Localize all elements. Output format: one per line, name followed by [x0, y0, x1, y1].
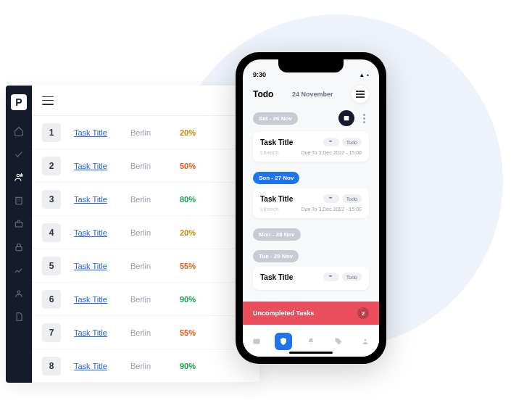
tab-profile[interactable]: [357, 333, 374, 350]
page-title: Todo: [253, 89, 273, 99]
task-percent: 20%: [180, 228, 196, 237]
task-card[interactable]: Task TitleTodo: [253, 267, 369, 290]
card-client: Libtech: [260, 149, 279, 156]
header-date: 24 November: [292, 91, 333, 98]
task-card[interactable]: Task TitleTodoLibtechDue To 3,Dec 2022 -…: [253, 132, 369, 162]
svg-point-13: [331, 275, 332, 277]
assignee-icon: [323, 273, 339, 281]
briefcase-icon[interactable]: [12, 217, 25, 231]
card-title: Task Title: [260, 195, 293, 203]
svg-point-4: [17, 291, 20, 294]
svg-point-10: [329, 197, 331, 199]
task-title-link[interactable]: Task Title: [74, 162, 117, 170]
row-number: 4: [42, 223, 61, 242]
svg-point-12: [329, 275, 331, 277]
table-row: 7Task TitleBerlin55%: [32, 316, 259, 349]
svg-point-0: [17, 174, 20, 177]
status-badge: Todo: [342, 273, 362, 281]
status-badge: Todo: [342, 138, 362, 146]
row-number: 6: [42, 290, 61, 309]
task-card[interactable]: Task TitleTodoLibtechDue To 3,Dec 2022 -…: [253, 188, 369, 218]
banner-count: 2: [357, 307, 369, 319]
tab-home[interactable]: [248, 333, 265, 350]
task-city: Berlin: [130, 228, 167, 237]
banner-text: Uncompleted Tasks: [253, 310, 314, 317]
card-due: Due To 3,Dec 2022 - 15:00: [301, 207, 362, 212]
app-logo[interactable]: P: [11, 94, 27, 110]
tab-shield[interactable]: [275, 333, 292, 350]
date-pill[interactable]: Tue - 29 Nov: [253, 250, 299, 262]
row-number: 3: [42, 190, 61, 209]
home-indicator[interactable]: [289, 352, 333, 354]
date-strip: Sat - 26 Nov: [243, 110, 379, 126]
date-pill[interactable]: Mon - 28 Nov: [253, 228, 301, 241]
task-title-link[interactable]: Task Title: [74, 262, 117, 270]
table-row: 1Task TitleBerlin20%: [32, 116, 259, 149]
svg-rect-2: [15, 223, 22, 227]
document-icon[interactable]: [12, 310, 25, 323]
table-row: 3Task TitleBerlin80%: [32, 183, 259, 216]
task-cards: Task TitleTodoLibtechDue To 3,Dec 2022 -…: [243, 188, 379, 223]
card-client: Libtech: [260, 206, 279, 212]
phone-frame: 9:30 ▲▪ Todo 24 November Sat - 26 NovTas…: [236, 52, 386, 364]
check-icon[interactable]: [12, 148, 25, 161]
date-pill[interactable]: Sat - 26 Nov: [253, 112, 298, 125]
card-title: Task Title: [260, 138, 293, 146]
chart-icon[interactable]: [12, 264, 25, 277]
svg-rect-1: [16, 197, 22, 204]
task-percent: 55%: [180, 328, 196, 337]
task-title-link[interactable]: Task Title: [74, 362, 117, 370]
task-percent: 55%: [180, 262, 196, 270]
row-number: 8: [42, 357, 61, 375]
table-row: 4Task TitleBerlin20%: [32, 216, 259, 249]
row-number: 2: [42, 157, 61, 175]
date-pill[interactable]: Son - 27 Nov: [253, 172, 299, 184]
task-percent: 50%: [180, 162, 196, 170]
task-percent: 80%: [180, 195, 196, 204]
assignee-icon: [323, 138, 339, 146]
task-cards: Task TitleTodoLibtechDue To 3,Dec 2022 -…: [243, 132, 379, 167]
row-number: 1: [42, 123, 61, 142]
task-percent: 90%: [180, 295, 196, 304]
phone-body: Sat - 26 NovTask TitleTodoLibtechDue To …: [243, 110, 379, 302]
battery-icon: ▪: [367, 72, 369, 78]
assignee-icon: [323, 194, 339, 203]
date-pill-row: Tue - 29 Nov: [243, 248, 379, 261]
tab-bell[interactable]: [302, 333, 320, 350]
menu-icon[interactable]: [42, 96, 54, 105]
user-star-icon[interactable]: [12, 171, 25, 184]
task-title-link[interactable]: Task Title: [74, 195, 117, 204]
more-icon[interactable]: [359, 114, 369, 123]
svg-rect-3: [16, 246, 22, 250]
date-pill-row: Mon - 28 Nov: [243, 226, 379, 239]
menu-button[interactable]: [352, 86, 369, 103]
building-icon[interactable]: [12, 194, 25, 207]
lock-icon[interactable]: [12, 241, 25, 254]
svg-point-11: [331, 197, 332, 199]
row-number: 5: [42, 257, 61, 275]
task-percent: 90%: [180, 362, 196, 370]
home-icon[interactable]: [12, 125, 25, 138]
tab-tag[interactable]: [330, 333, 347, 350]
task-city: Berlin: [130, 295, 167, 304]
uncompleted-banner[interactable]: Uncompleted Tasks 2: [243, 302, 379, 325]
desktop-main: 1Task TitleBerlin20%2Task TitleBerlin50%…: [32, 86, 259, 383]
sidebar: P: [6, 86, 32, 383]
task-cards: Task TitleTodo: [243, 267, 379, 302]
task-title-link[interactable]: Task Title: [74, 328, 117, 337]
table-row: 2Task TitleBerlin50%: [32, 149, 259, 183]
table-row: 6Task TitleBerlin90%: [32, 283, 259, 316]
svg-point-6: [329, 141, 331, 142]
task-title-link[interactable]: Task Title: [74, 228, 117, 237]
svg-point-15: [365, 339, 367, 341]
row-number: 7: [42, 323, 61, 342]
calendar-icon[interactable]: [338, 110, 354, 126]
user-icon[interactable]: [12, 287, 25, 300]
task-title-link[interactable]: Task Title: [74, 128, 117, 137]
table-row: 5Task TitleBerlin55%: [32, 249, 259, 283]
task-city: Berlin: [130, 128, 167, 137]
phone-header: Todo 24 November: [243, 81, 379, 110]
task-title-link[interactable]: Task Title: [74, 295, 117, 304]
svg-rect-5: [344, 116, 349, 120]
phone-notch: [278, 59, 344, 72]
